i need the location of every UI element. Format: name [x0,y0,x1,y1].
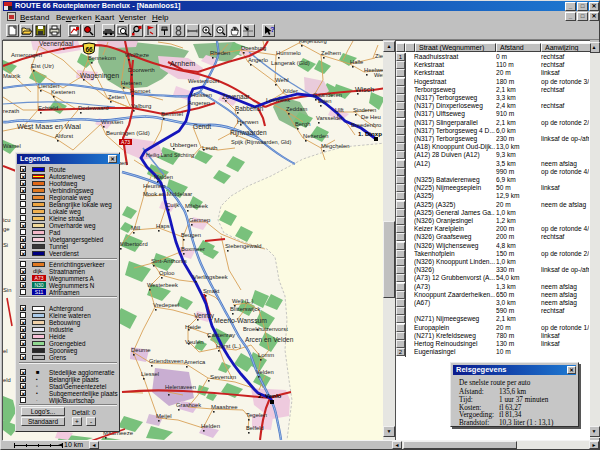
svg-text:Langerak (Gld): Langerak (Gld) [271,60,310,66]
svg-text:Velden: Velden [256,369,274,375]
svg-text:Wamel: Wamel [3,143,21,149]
svg-text:rezath: rezath [3,108,19,114]
svg-text:eld: eld [3,377,11,383]
svg-text:A73: A73 [121,139,130,145]
svg-text:Winssen: Winssen [101,119,123,125]
svg-text:Tegelen: Tegelen [246,412,267,418]
svg-text:Bennekom: Bennekom [88,55,116,61]
svg-text:Rijnwaarden: Rijnwaarden [230,129,267,137]
svg-text:?: ? [270,25,275,34]
svg-text:Vredepeel: Vredepeel [153,302,179,308]
svg-text:Halle: Halle [350,59,363,65]
svg-text:Weste: Weste [374,72,383,78]
svg-text:Zevenaar: Zevenaar [222,93,250,100]
svg-text:Sinderen: Sinderen [353,107,376,113]
svg-text:Veenendaal: Veenendaal [39,41,74,47]
svg-text:Herwen: Herwen [237,118,259,125]
svg-text:Beugen: Beugen [181,232,201,238]
svg-text:el: el [3,348,8,354]
svg-text:Elst (Utr): Elst (Utr) [31,63,54,69]
svg-text:Heilig Land Stichting: Heilig Land Stichting [146,152,194,158]
svg-text:Ubbergen: Ubbergen [170,141,198,148]
svg-text:Blitterswijck: Blitterswijck [230,306,260,312]
svg-text:Megchelen: Megchelen [321,143,349,149]
svg-text:Helden: Helden [201,423,220,429]
svg-text:Boxmeer: Boxmeer [181,246,205,252]
svg-text:Zieu: Zieu [375,53,383,59]
svg-text:Wehl: Wehl [275,77,289,83]
svg-text:Lomm: Lomm [258,352,274,358]
svg-text:Sin: Sin [3,287,11,293]
svg-text:Angerlo: Angerlo [248,57,268,63]
svg-text:Malden: Malden [154,174,173,180]
svg-text:Loerbeek: Loerbeek [266,97,290,103]
svg-text:66: 66 [85,46,93,53]
svg-text:Oploo: Oploo [159,270,174,276]
svg-text:Mook en Middelaar: Mook en Middelaar [143,191,192,197]
svg-text:Valburg: Valburg [131,103,151,109]
svg-text:Angeren: Angeren [188,100,210,106]
svg-text:Wilbertoord: Wilbertoord [118,241,148,247]
svg-text:Beuningen (Gld): Beuningen (Gld) [106,130,150,136]
svg-text:Deurne: Deurne [131,347,151,353]
svg-text:Zelhem: Zelhem [321,50,341,56]
svg-text:West Maas en Waal: West Maas en Waal [17,122,81,131]
svg-text:Echteld: Echteld [38,105,58,111]
svg-text:Amerongen: Amerongen [11,52,42,58]
svg-text:Zeddam: Zeddam [286,106,307,112]
svg-text:Milsbeek: Milsbeek [185,203,208,209]
svg-text:Keijenborg: Keijenborg [299,41,327,44]
svg-text:Wisch: Wisch [355,86,374,93]
svg-text:America: America [184,359,206,365]
svg-text:Heteren: Heteren [121,80,142,86]
svg-text:Griendtsveen: Griendtsveen [149,358,183,364]
svg-text:Rheden: Rheden [210,50,230,56]
svg-text:Maasbree: Maasbree [211,404,238,410]
svg-text:Varsselder: Varsselder [316,115,343,121]
svg-text:Liessel: Liessel [141,371,159,377]
svg-text:Ulft: Ulft [335,107,344,113]
svg-text:Sevenum: Sevenum [210,373,236,380]
svg-text:Kilder: Kilder [283,88,298,94]
svg-text:Meijel: Meijel [156,413,172,419]
svg-text:Castenray: Castenray [207,331,236,338]
svg-text:1. Dinxp: 1. Dinxp [358,130,382,137]
svg-text:Grashoek: Grashoek [176,402,201,408]
svg-text:Mill: Mill [131,225,140,231]
svg-text:Sint-Anthonis: Sint-Anthonis [151,258,187,264]
svg-text:2. Venlo: 2. Venlo [258,392,282,399]
svg-text:Etten: Etten [318,98,332,104]
svg-text:Altforst: Altforst [55,133,73,139]
svg-text:Veulen: Veulen [185,338,204,345]
svg-text:Homoet: Homoet [130,88,151,94]
svg-text:Venray: Venray [194,312,215,320]
svg-text:Gennep: Gennep [189,217,211,223]
svg-text:Babberich: Babberich [235,105,264,112]
svg-text:Helenaveen: Helenaveen [165,384,196,390]
svg-text:Siebengewald: Siebengewald [225,243,261,249]
svg-text:Doorwerth: Doorwerth [128,67,155,73]
svg-text:Broekhuizenvorst: Broekhuizenvorst [243,326,288,332]
svg-text:Smakt: Smakt [203,288,220,294]
svg-text:Heide: Heide [185,323,202,330]
svg-text:Westervoort: Westervoort [188,78,220,84]
svg-text:Maurik: Maurik [3,73,20,79]
svg-text:ge: ge [3,226,9,232]
svg-text:Arnhem: Arnhem [170,59,195,68]
svg-text:Breedenbro: Breedenbro [351,122,381,128]
svg-text:Well (L.): Well (L.) [232,298,254,304]
svg-text:Spijk (Rijnwaarden, Gld): Spijk (Rijnwaarden, Gld) [231,139,291,145]
svg-text:Netterden: Netterden [303,133,328,139]
svg-text:Horst (L.): Horst (L.) [216,343,241,349]
svg-text:icu: icu [3,217,10,223]
svg-text:Si: Si [3,242,8,248]
svg-text:Zetten: Zetten [108,94,124,100]
svg-text:Belfeld: Belfeld [246,425,264,431]
svg-text:De Heu: De Heu [361,114,381,120]
svg-text:Bergh: Bergh [295,121,310,127]
svg-text:Meerlo-Wanssum: Meerlo-Wanssum [214,317,267,324]
svg-text:Hummelo: Hummelo [276,50,301,56]
svg-text:Huissen: Huissen [191,92,212,98]
svg-text:Doesburg: Doesburg [241,45,266,51]
svg-text:Vierlingsbeek: Vierlingsbeek [193,274,228,280]
